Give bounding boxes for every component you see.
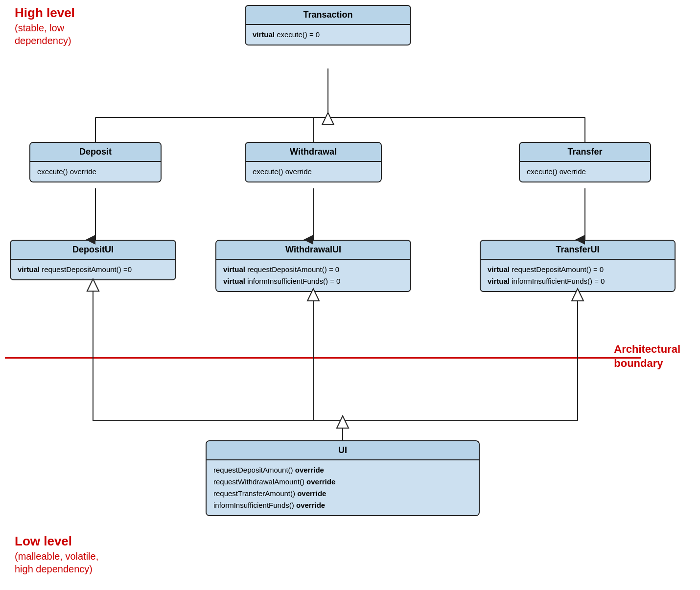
deposit-body: execute() override — [30, 162, 161, 182]
withdrawal-box: Withdrawal execute() override — [245, 142, 382, 182]
transfer-title: Transfer — [520, 143, 650, 162]
deposit-ui-title: DepositUI — [11, 241, 175, 260]
svg-marker-20 — [87, 279, 99, 291]
transfer-box: Transfer execute() override — [519, 142, 651, 182]
deposit-title: Deposit — [30, 143, 161, 162]
deposit-ui-body: virtual requestDepositAmount() =0 — [11, 260, 175, 279]
arch-boundary-label: Architecturalboundary — [614, 342, 680, 370]
transaction-box: Transaction virtual execute() = 0 — [245, 5, 411, 45]
withdrawal-ui-body: virtual requestDepositAmount() = 0 virtu… — [216, 260, 410, 291]
ui-body: requestDepositAmount() override requestW… — [207, 460, 479, 515]
transfer-ui-title: TransferUI — [481, 241, 675, 260]
arch-boundary-line — [5, 357, 641, 359]
ui-box: UI requestDepositAmount() override reque… — [206, 440, 480, 516]
transfer-ui-body: virtual requestDepositAmount() = 0 virtu… — [481, 260, 675, 291]
withdrawal-title: Withdrawal — [246, 143, 381, 162]
deposit-ui-box: DepositUI virtual requestDepositAmount()… — [10, 240, 176, 280]
transaction-title: Transaction — [246, 6, 410, 25]
transaction-body: virtual execute() = 0 — [246, 25, 410, 45]
transfer-body: execute() override — [520, 162, 650, 182]
high-level-label: High level (stable, lowdependency) — [15, 5, 75, 47]
diagram-container: High level (stable, lowdependency) Low l… — [0, 0, 700, 590]
svg-marker-23 — [337, 416, 349, 428]
transfer-ui-box: TransferUI virtual requestDepositAmount(… — [480, 240, 676, 292]
withdrawal-body: execute() override — [246, 162, 381, 182]
withdrawal-ui-title: WithdrawalUI — [216, 241, 410, 260]
ui-title: UI — [207, 441, 479, 460]
svg-marker-8 — [322, 113, 334, 125]
withdrawal-ui-box: WithdrawalUI virtual requestDepositAmoun… — [215, 240, 411, 292]
low-level-label: Low level (malleable, volatile,high depe… — [15, 533, 98, 575]
deposit-box: Deposit execute() override — [29, 142, 162, 182]
